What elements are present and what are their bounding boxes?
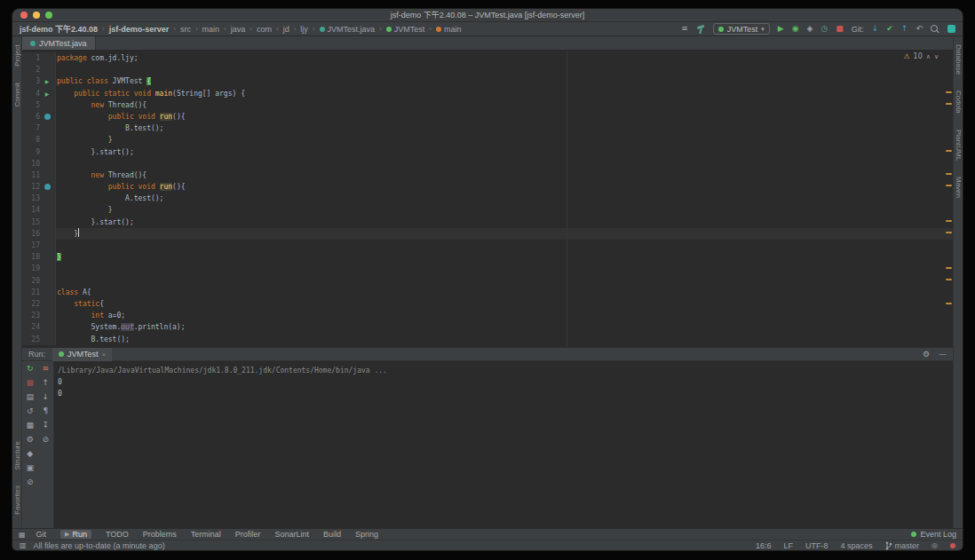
push-icon[interactable]: ↑ <box>901 25 908 33</box>
soft-wrap-icon[interactable]: ¶ <box>43 407 48 415</box>
tool-stripe-structure[interactable]: Structure <box>13 441 21 469</box>
tool-stripe-codota[interactable]: Codota <box>955 91 963 114</box>
next-warning-icon[interactable]: ∨ <box>934 53 939 60</box>
code-line[interactable]: 20 <box>22 275 953 287</box>
profiler-icon[interactable]: ◷ <box>820 25 828 33</box>
warning-stripe-mark[interactable] <box>946 232 952 233</box>
breadcrumb-item[interactable]: main <box>202 25 220 34</box>
recent-locations-icon[interactable]: ≡ <box>681 25 688 33</box>
breadcrumb-item[interactable]: jd <box>283 25 289 34</box>
prev-warning-icon[interactable]: ∧ <box>926 53 931 60</box>
restore-layout-icon[interactable]: ▦ <box>26 422 34 430</box>
rollback-icon[interactable]: ↶ <box>916 25 923 33</box>
breadcrumb-item[interactable]: main <box>436 25 462 34</box>
tool-window-button-todo[interactable]: TODO <box>106 530 129 539</box>
code-editor[interactable]: 1package com.jd.ljy;23▶public class JVMT… <box>22 51 953 347</box>
editor-tab[interactable]: JVMTest.java <box>22 36 96 50</box>
breadcrumb-item[interactable]: com <box>257 25 272 34</box>
tool-window-button-sonarlint[interactable]: SonarLint <box>274 530 309 539</box>
code-line[interactable]: 24 System.out.println(a); <box>22 321 953 333</box>
code-text[interactable]: public static void main(String[] args) { <box>56 88 953 99</box>
code-line[interactable]: 12 public void run(){ <box>22 181 953 193</box>
code-line[interactable]: 2 <box>22 64 953 75</box>
code-text[interactable]: public void run(){ <box>56 181 953 193</box>
warning-stripe-mark[interactable] <box>946 279 952 280</box>
console-output[interactable]: /Library/Java/JavaVirtualMachines/jdk1.8… <box>54 361 953 528</box>
code-text[interactable]: B.test(); <box>56 122 953 134</box>
warning-stripe-mark[interactable] <box>946 103 952 105</box>
search-everywhere-icon[interactable] <box>931 25 939 34</box>
code-line[interactable]: 13 A.test(); <box>22 193 953 204</box>
warning-stripe-mark[interactable] <box>946 91 952 93</box>
code-line[interactable]: 9 }.start(); <box>22 146 953 158</box>
codota-icon[interactable] <box>947 25 955 33</box>
code-text[interactable]: } <box>56 134 953 146</box>
code-line[interactable]: 3▶public class JVMTest { <box>22 75 953 87</box>
line-separator[interactable]: LF <box>783 541 793 550</box>
breadcrumb-item[interactable]: java <box>231 25 246 34</box>
code-text[interactable]: package com.jd.ljy; <box>56 52 953 64</box>
tool-window-button-git[interactable]: Git <box>36 530 47 539</box>
code-text[interactable] <box>56 64 953 75</box>
code-line[interactable]: 22 static{ <box>22 298 953 310</box>
tool-stripe-project[interactable]: Project <box>13 44 21 67</box>
settings-icon[interactable]: ⚙ <box>27 436 34 444</box>
down-stack-trace-icon[interactable]: ↓ <box>42 393 49 401</box>
filter-icon[interactable]: ≡ <box>42 365 49 373</box>
error-stripe[interactable] <box>944 51 953 347</box>
build-hammer-icon[interactable] <box>696 25 705 34</box>
event-log-button[interactable]: Event Log <box>911 530 956 539</box>
gear-icon[interactable]: ⚙ <box>923 350 930 359</box>
run-icon[interactable]: ▶ <box>778 25 784 33</box>
override-gutter-icon[interactable] <box>44 114 51 120</box>
print-icon[interactable]: ▣ <box>26 464 34 472</box>
code-text[interactable]: public void run(){ <box>56 111 953 122</box>
code-text[interactable]: new Thread(){ <box>56 170 953 181</box>
coverage-icon[interactable]: ◈ <box>807 25 813 33</box>
up-stack-trace-icon[interactable]: ↑ <box>42 379 49 387</box>
minimize-window-button[interactable] <box>33 12 40 19</box>
code-line[interactable]: 18} <box>22 251 953 263</box>
run-config-selector[interactable]: JVMTest ▾ <box>713 23 770 35</box>
git-branch[interactable]: master <box>885 541 920 550</box>
code-line[interactable]: 17 <box>22 240 953 251</box>
warning-stripe-mark[interactable] <box>946 173 952 175</box>
code-line[interactable]: 7 B.test(); <box>22 122 953 134</box>
thread-dump-icon[interactable]: ▤ <box>26 393 34 401</box>
code-text[interactable]: public class JVMTest { <box>56 75 953 87</box>
code-text[interactable] <box>56 263 953 274</box>
hide-panel-icon[interactable]: — <box>939 350 947 359</box>
override-gutter-icon[interactable] <box>44 184 51 190</box>
code-text[interactable]: class A{ <box>56 287 953 298</box>
breadcrumb-item[interactable]: jsf-demo-server <box>109 25 170 34</box>
zoom-window-button[interactable] <box>45 12 52 19</box>
warning-stripe-mark[interactable] <box>946 267 952 269</box>
code-line[interactable]: 21class A{ <box>22 287 953 298</box>
warning-stripe-mark[interactable] <box>946 220 952 222</box>
code-line[interactable]: 5 new Thread(){ <box>22 99 953 111</box>
code-text[interactable]: } <box>56 204 953 216</box>
breadcrumb-item[interactable]: jsf-demo 下午2.40.08 <box>20 23 98 35</box>
tool-window-button-spring[interactable]: Spring <box>355 530 378 539</box>
gc-icon[interactable]: ↺ <box>27 407 34 415</box>
code-text[interactable]: new Thread(){ <box>56 99 953 111</box>
tool-stripe-plantuml[interactable]: PlantUML <box>955 130 963 161</box>
code-line[interactable]: 16 } <box>22 228 953 240</box>
warning-stripe-mark[interactable] <box>946 303 952 304</box>
code-text[interactable]: } <box>56 251 953 263</box>
inspections-widget[interactable]: ⚠ 10 ∧ ∨ <box>903 52 939 60</box>
notification-dot[interactable] <box>950 543 955 548</box>
update-project-icon[interactable]: ↓ <box>872 25 879 33</box>
pin-icon[interactable]: ◆ <box>27 450 33 458</box>
code-line[interactable]: 25 B.test(); <box>22 334 953 345</box>
run-tab[interactable]: JVMTest × <box>52 348 112 361</box>
tool-window-button-run[interactable]: ▶Run <box>60 530 91 539</box>
code-line[interactable]: 8 } <box>22 134 953 146</box>
code-text[interactable]: }.start(); <box>56 146 953 158</box>
code-line[interactable]: 11 new Thread(){ <box>22 170 953 181</box>
code-text[interactable] <box>56 158 953 170</box>
code-line[interactable]: 19 <box>22 263 953 274</box>
code-line[interactable]: 10 <box>22 158 953 170</box>
breadcrumb-item[interactable]: JVMTest.java <box>320 25 376 34</box>
code-line[interactable]: 14 } <box>22 204 953 216</box>
